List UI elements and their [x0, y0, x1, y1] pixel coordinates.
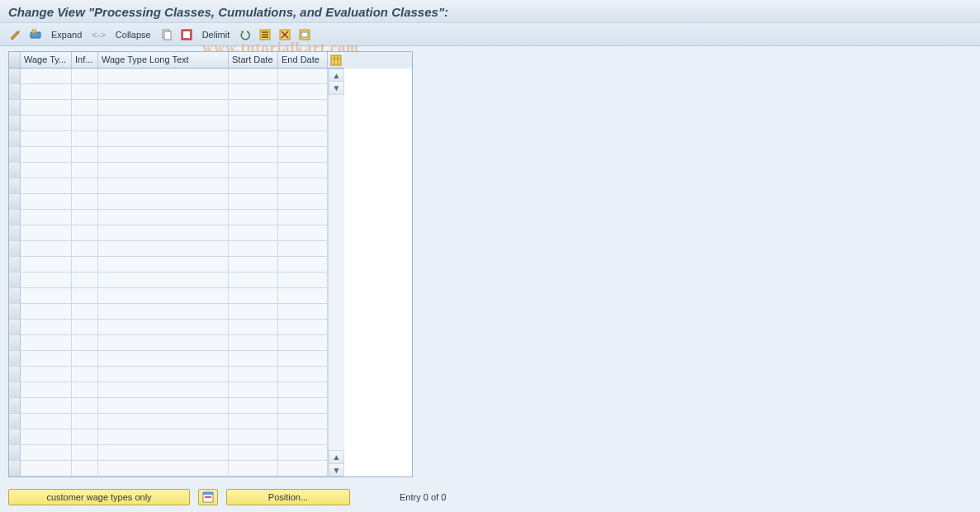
row-selector[interactable]: [9, 225, 21, 241]
cell-inf[interactable]: [72, 131, 98, 147]
cell-start-date[interactable]: [229, 194, 278, 210]
cell-inf[interactable]: [72, 445, 98, 461]
other-view-icon[interactable]: [28, 27, 43, 42]
position-button[interactable]: Position...: [226, 489, 350, 505]
row-selector[interactable]: [9, 257, 21, 273]
cell-inf[interactable]: [72, 320, 98, 335]
cell-start-date[interactable]: [229, 367, 278, 382]
column-header-start-date[interactable]: Start Date: [229, 52, 278, 69]
row-selector[interactable]: [9, 320, 21, 335]
cell-start-date[interactable]: [229, 382, 278, 398]
select-all-column-header[interactable]: [9, 52, 21, 69]
row-selector[interactable]: [9, 210, 21, 225]
cell-start-date[interactable]: [229, 131, 278, 147]
cell-wage-type[interactable]: [21, 241, 72, 257]
cell-long-text[interactable]: [98, 304, 229, 320]
cell-end-date[interactable]: [278, 163, 328, 178]
cell-wage-type[interactable]: [21, 194, 72, 210]
row-selector[interactable]: [9, 116, 21, 131]
cell-wage-type[interactable]: [21, 69, 72, 84]
cell-long-text[interactable]: [98, 382, 229, 398]
cell-start-date[interactable]: [229, 147, 278, 163]
cell-end-date[interactable]: [278, 147, 328, 163]
column-header-long-text[interactable]: Wage Type Long Text: [98, 52, 229, 69]
collapse-button[interactable]: Collapse: [112, 28, 154, 41]
cell-wage-type[interactable]: [21, 304, 72, 320]
scroll-page-down-icon[interactable]: ▲: [329, 450, 344, 463]
cell-start-date[interactable]: [229, 100, 278, 116]
row-selector[interactable]: [9, 335, 21, 351]
cell-start-date[interactable]: [229, 351, 278, 367]
cell-end-date[interactable]: [278, 131, 328, 147]
cell-start-date[interactable]: [229, 398, 278, 414]
cell-inf[interactable]: [72, 382, 98, 398]
row-selector[interactable]: [9, 414, 21, 429]
select-all-icon[interactable]: [179, 27, 194, 42]
cell-inf[interactable]: [72, 304, 98, 320]
cell-end-date[interactable]: [278, 335, 328, 351]
cell-start-date[interactable]: [229, 84, 278, 100]
cell-inf[interactable]: [72, 257, 98, 273]
cell-end-date[interactable]: [278, 225, 328, 241]
cell-inf[interactable]: [72, 210, 98, 225]
cell-start-date[interactable]: [229, 241, 278, 257]
cell-inf[interactable]: [72, 335, 98, 351]
cell-start-date[interactable]: [229, 178, 278, 194]
cell-long-text[interactable]: [98, 178, 229, 194]
cell-end-date[interactable]: [278, 100, 328, 116]
cell-start-date[interactable]: [229, 69, 278, 84]
row-selector[interactable]: [9, 429, 21, 445]
cell-long-text[interactable]: [98, 225, 229, 241]
cell-wage-type[interactable]: [21, 367, 72, 382]
cell-wage-type[interactable]: [21, 320, 72, 335]
cell-long-text[interactable]: [98, 131, 229, 147]
cell-wage-type[interactable]: [21, 178, 72, 194]
cell-inf[interactable]: [72, 178, 98, 194]
cell-inf[interactable]: [72, 429, 98, 445]
position-icon-button[interactable]: [198, 489, 218, 505]
cell-wage-type[interactable]: [21, 225, 72, 241]
cell-wage-type[interactable]: [21, 429, 72, 445]
cell-long-text[interactable]: [98, 398, 229, 414]
cell-inf[interactable]: [72, 367, 98, 382]
cell-end-date[interactable]: [278, 398, 328, 414]
cell-end-date[interactable]: [278, 367, 328, 382]
cell-start-date[interactable]: [229, 210, 278, 225]
cell-end-date[interactable]: [278, 194, 328, 210]
column-header-wage-type[interactable]: Wage Ty...: [21, 52, 72, 69]
row-selector[interactable]: [9, 100, 21, 116]
cell-end-date[interactable]: [278, 178, 328, 194]
row-selector[interactable]: [9, 69, 21, 84]
cell-end-date[interactable]: [278, 288, 328, 304]
row-selector[interactable]: [9, 382, 21, 398]
cell-end-date[interactable]: [278, 210, 328, 225]
row-selector[interactable]: [9, 131, 21, 147]
cell-inf[interactable]: [72, 414, 98, 429]
cell-wage-type[interactable]: [21, 414, 72, 429]
cell-end-date[interactable]: [278, 429, 328, 445]
cell-start-date[interactable]: [229, 335, 278, 351]
cell-end-date[interactable]: [278, 241, 328, 257]
row-selector[interactable]: [9, 398, 21, 414]
cell-long-text[interactable]: [98, 288, 229, 304]
cell-inf[interactable]: [72, 241, 98, 257]
cell-wage-type[interactable]: [21, 461, 72, 476]
scrollbar-track[interactable]: [329, 95, 344, 450]
cell-long-text[interactable]: [98, 351, 229, 367]
cell-start-date[interactable]: [229, 288, 278, 304]
row-selector[interactable]: [9, 351, 21, 367]
undo-change-icon[interactable]: [238, 27, 253, 42]
cell-long-text[interactable]: [98, 210, 229, 225]
cell-end-date[interactable]: [278, 304, 328, 320]
row-selector[interactable]: [9, 194, 21, 210]
row-selector[interactable]: [9, 178, 21, 194]
cell-wage-type[interactable]: [21, 100, 72, 116]
cell-end-date[interactable]: [278, 257, 328, 273]
cell-wage-type[interactable]: [21, 257, 72, 273]
cell-inf[interactable]: [72, 288, 98, 304]
cell-long-text[interactable]: [98, 116, 229, 131]
cell-wage-type[interactable]: [21, 131, 72, 147]
cell-end-date[interactable]: [278, 351, 328, 367]
table-settings-icon[interactable]: [297, 27, 312, 42]
toggle-display-change-icon[interactable]: [8, 27, 23, 42]
